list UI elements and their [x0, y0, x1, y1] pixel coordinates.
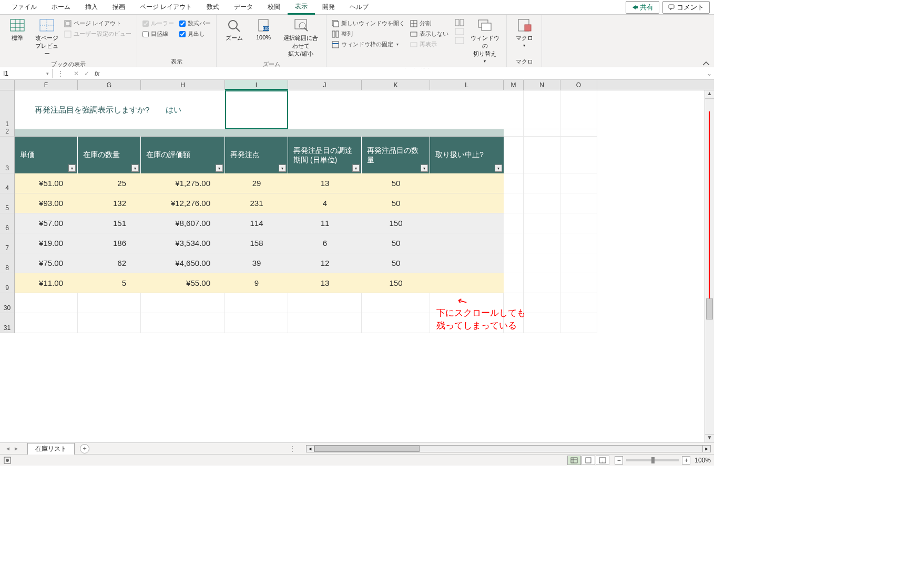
split-button[interactable]: 分割 [409, 19, 450, 28]
headings-checkbox[interactable]: 見出し [178, 29, 212, 38]
filter-icon[interactable]: ▾ [131, 164, 139, 172]
tab-view[interactable]: 表示 [288, 0, 315, 15]
table-row[interactable]: 9¥11.005¥55.00913150 [0, 273, 714, 293]
cell-reorderqty[interactable]: 50 [362, 173, 430, 193]
zoom-in-button[interactable]: + [682, 456, 690, 465]
cell-qty[interactable]: 151 [78, 213, 141, 233]
cell-qty[interactable]: 5 [78, 273, 141, 293]
cell-qty[interactable]: 25 [78, 173, 141, 193]
row-header[interactable]: 6 [0, 213, 15, 233]
row-header-30[interactable]: 30 [0, 293, 15, 313]
cell-reorder[interactable]: 231 [225, 193, 288, 213]
zoom-percent[interactable]: 100% [695, 457, 711, 464]
filter-icon[interactable]: ▾ [495, 164, 502, 172]
col-header-O[interactable]: O [560, 80, 597, 90]
view-pagebreak-button[interactable]: 改ページ プレビュー [34, 17, 60, 59]
cell-unitprice[interactable]: ¥93.00 [15, 193, 78, 213]
scroll-thumb[interactable] [706, 298, 713, 319]
cell-unitprice[interactable]: ¥75.00 [15, 253, 78, 273]
cell-reorder[interactable]: 114 [225, 213, 288, 233]
table-row[interactable]: 7¥19.00186¥3,534.00158650 [0, 233, 714, 253]
cell-leadtime[interactable]: 13 [288, 273, 362, 293]
th-discontinued[interactable]: 取り扱い中止?▾ [430, 137, 504, 173]
table-row[interactable]: 8¥75.0062¥4,650.00391250 [0, 253, 714, 273]
hscroll-thumb[interactable] [314, 446, 420, 452]
th-reorderqty[interactable]: 再発注品目の数量▾ [362, 137, 430, 173]
cell-reorderqty[interactable]: 150 [362, 213, 430, 233]
name-box[interactable]: I1▾ [0, 69, 53, 78]
row-header-1[interactable]: 1 [0, 90, 15, 129]
filter-icon[interactable]: ▾ [279, 164, 286, 172]
sheet-nav[interactable]: ◄► [0, 446, 24, 451]
th-valuation[interactable]: 在庫の評価額▾ [141, 137, 225, 173]
worksheet-grid[interactable]: F G H I J K L M N O 1 再発注品目を強調表示しますか? はい… [0, 80, 714, 442]
cell-reorderqty[interactable]: 50 [362, 193, 430, 213]
new-window-button[interactable]: 新しいウィンドウを開く [331, 19, 406, 28]
row-header[interactable]: 7 [0, 233, 15, 253]
vertical-scrollbar[interactable]: ▲ ▼ [705, 90, 714, 442]
row2-merged[interactable] [15, 129, 504, 137]
table-row[interactable]: 5¥93.00132¥12,276.00231450 [0, 193, 714, 213]
cell-leadtime[interactable]: 4 [288, 193, 362, 213]
tab-insert[interactable]: 挿入 [78, 1, 105, 14]
cell-discontinued[interactable] [430, 193, 504, 213]
hscroll-left[interactable]: ◄ [306, 445, 314, 452]
scroll-track[interactable] [705, 99, 714, 434]
cell-discontinued[interactable] [430, 273, 504, 293]
cell-reorderqty[interactable]: 50 [362, 253, 430, 273]
row-header-2[interactable]: 2 [0, 129, 15, 137]
col-header-K[interactable]: K [362, 80, 430, 90]
cell-valuation[interactable]: ¥55.00 [141, 273, 225, 293]
row-header[interactable]: 5 [0, 193, 15, 213]
sidebyside-icon[interactable] [455, 19, 464, 26]
add-sheet-button[interactable]: ＋ [80, 444, 89, 453]
syncscroll-icon[interactable] [455, 28, 464, 35]
cancel-formula-icon[interactable]: ✕ [74, 70, 79, 77]
statusview-normal[interactable] [567, 456, 581, 465]
expand-formula-button[interactable]: ⌄ [705, 70, 714, 77]
cell-reorderqty[interactable]: 50 [362, 233, 430, 253]
arrange-button[interactable]: 整列 [331, 29, 406, 38]
formulabar-checkbox[interactable]: 数式バー [178, 19, 212, 28]
tab-review[interactable]: 校閲 [260, 1, 288, 14]
statusview-pagebreak[interactable] [596, 456, 609, 465]
cell-valuation[interactable]: ¥8,607.00 [141, 213, 225, 233]
hide-button[interactable]: 表示しない [409, 29, 450, 38]
cell-valuation[interactable]: ¥1,275.00 [141, 173, 225, 193]
record-macro-icon[interactable] [3, 456, 12, 465]
cell-reorder[interactable]: 9 [225, 273, 288, 293]
row1-merged[interactable]: 再発注品目を強調表示しますか? はい [15, 90, 504, 129]
cell-leadtime[interactable]: 13 [288, 173, 362, 193]
th-leadtime[interactable]: 再発注品目の調達期間 (日単位)▾ [288, 137, 362, 173]
row-header-3[interactable]: 3 [0, 137, 15, 173]
filter-icon[interactable]: ▾ [68, 164, 76, 172]
cell-qty[interactable]: 62 [78, 253, 141, 273]
tab-file[interactable]: ファイル [4, 1, 44, 14]
confirm-formula-icon[interactable]: ✓ [84, 70, 89, 77]
filter-icon[interactable]: ▾ [216, 164, 223, 172]
th-unitprice[interactable]: 単価▾ [15, 137, 78, 173]
col-header-I[interactable]: I [225, 80, 288, 90]
th-reorder[interactable]: 再発注点▾ [225, 137, 288, 173]
filter-icon[interactable]: ▾ [421, 164, 428, 172]
cell-reorder[interactable]: 29 [225, 173, 288, 193]
hscroll-right[interactable]: ► [702, 445, 711, 452]
tab-home[interactable]: ホーム [44, 1, 78, 14]
col-header-M[interactable]: M [504, 80, 524, 90]
fx-label[interactable]: fx [95, 70, 103, 77]
cell-reorder[interactable]: 158 [225, 233, 288, 253]
scroll-up-button[interactable]: ▲ [705, 90, 714, 99]
macros-button[interactable]: マクロ▾ [511, 17, 537, 49]
collapse-ribbon-button[interactable] [702, 61, 710, 68]
row-header-31[interactable]: 31 [0, 313, 15, 333]
tab-developer[interactable]: 開発 [315, 1, 342, 14]
col-header-G[interactable]: G [78, 80, 141, 90]
col-header-F[interactable]: F [15, 80, 78, 90]
view-customviews-button[interactable]: ユーザー設定のビュー [63, 29, 132, 38]
cell-qty[interactable]: 186 [78, 233, 141, 253]
tab-data[interactable]: データ [227, 1, 260, 14]
horizontal-scrollbar[interactable]: ◄ ► [306, 445, 711, 452]
cell-valuation[interactable]: ¥3,534.00 [141, 233, 225, 253]
freeze-panes-button[interactable]: ウィンドウ枠の固定▾ [331, 40, 406, 49]
cell-reorder[interactable]: 39 [225, 253, 288, 273]
